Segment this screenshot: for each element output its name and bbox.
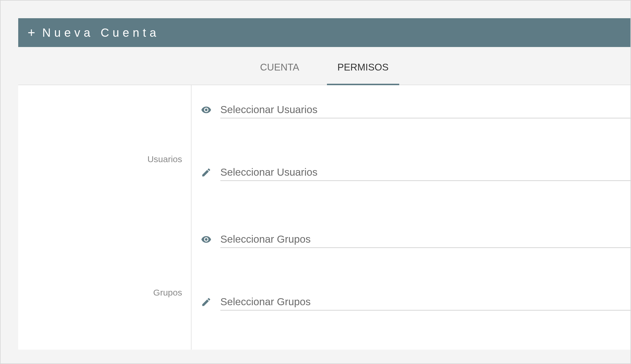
page-container: + Nueva Cuenta CUENTA PERMISOS Usuarios … (1, 1, 630, 350)
pencil-icon (200, 296, 212, 308)
tab-permisos[interactable]: PERMISOS (338, 62, 389, 85)
grupos-view-row (200, 231, 630, 248)
grupos-edit-input[interactable] (220, 293, 630, 311)
usuarios-edit-row (200, 164, 630, 181)
form-area (192, 85, 630, 350)
sidebar-label-usuarios: Usuarios (18, 154, 191, 164)
eye-icon (200, 234, 212, 245)
eye-icon (200, 104, 212, 116)
content-panel: Usuarios Grupos (18, 85, 630, 350)
grupos-view-input[interactable] (220, 231, 630, 248)
grupos-edit-row (200, 293, 630, 311)
header-bar: + Nueva Cuenta (18, 18, 630, 47)
pencil-icon (200, 167, 212, 178)
sidebar-label-grupos: Grupos (18, 288, 191, 298)
usuarios-view-input[interactable] (220, 101, 630, 118)
tab-cuenta[interactable]: CUENTA (260, 62, 299, 85)
plus-icon: + (28, 26, 35, 39)
tabs-container: CUENTA PERMISOS (18, 47, 630, 85)
page-title: Nueva Cuenta (42, 26, 160, 39)
usuarios-view-row (200, 101, 630, 118)
usuarios-edit-input[interactable] (220, 164, 630, 181)
sidebar: Usuarios Grupos (18, 85, 192, 350)
